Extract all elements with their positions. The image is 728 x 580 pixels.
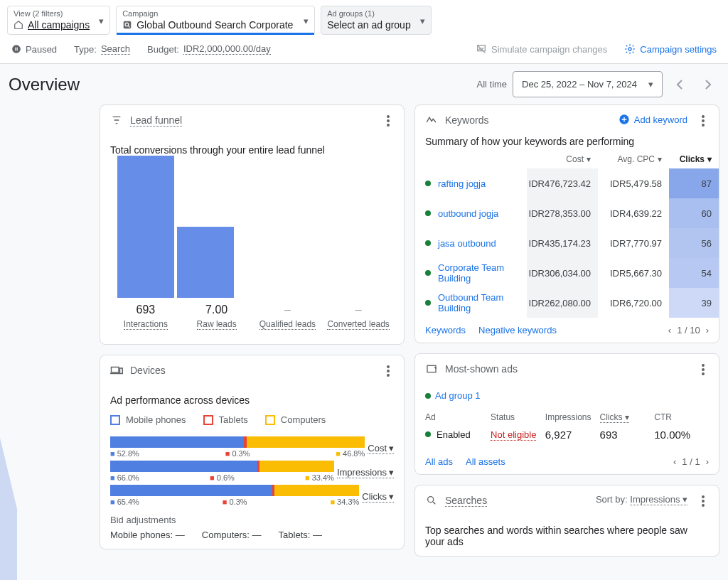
keyword-row[interactable]: jasa outboundIDR435,174.23IDR7,770.9756 [415,228,719,258]
keywords-table-head: Cost▾ Avg. CPC▾ Clicks▾ [415,154,719,168]
card-menu-button[interactable] [380,362,397,380]
left-column: Lead funnel Total conversions through yo… [100,104,405,557]
campaign-budget[interactable]: Budget: IDR2,000,000.00/day [147,43,271,55]
sort-cpc[interactable]: Avg. CPC▾ [598,154,669,164]
svg-point-7 [387,115,390,118]
status-dot-icon [425,431,431,437]
search-icon [425,494,438,507]
keyword-name[interactable]: jasa outbound [438,238,496,249]
sort-cost[interactable]: Cost▾ [527,154,598,164]
keywords-page: 1 / 10 [677,325,700,335]
device-metric-selector[interactable]: Impressions ▾ [337,467,394,478]
date-next-button[interactable] [697,73,719,96]
keyword-name[interactable]: rafting jogja [438,178,486,189]
svg-point-6 [628,48,631,50]
svg-rect-20 [427,365,436,372]
svg-point-19 [702,124,705,127]
svg-point-13 [387,365,390,368]
chevron-right-icon[interactable]: › [706,456,709,467]
all-ads-link[interactable]: All ads [425,456,453,467]
paused-icon [11,44,21,54]
ads-sort-clicks[interactable]: Clicks ▾ [600,412,655,422]
chevron-down-icon: ▾ [304,15,309,26]
chevron-down-icon: ▾ [389,491,394,502]
device-metric-selector[interactable]: Clicks ▾ [362,491,394,503]
svg-rect-12 [120,368,123,374]
card-menu-button[interactable] [695,361,712,378]
searches-caption: Top searches and words within searches w… [425,525,709,547]
all-assets-link[interactable]: All assets [466,456,505,467]
svg-point-8 [387,119,390,122]
plus-circle-icon [619,114,630,125]
searches-title[interactable]: Searches [445,495,487,507]
device-metric-selector[interactable]: Cost ▾ [368,443,394,454]
devices-title: Devices [130,365,166,376]
keyword-row[interactable]: Corporate Team BuildingIDR306,034.00IDR5… [415,258,719,288]
svg-point-15 [387,374,390,377]
card-menu-button[interactable] [695,493,712,510]
devices-legend: Mobile phones Tablets Computers [110,414,394,425]
status-dot-icon [425,210,431,216]
add-keyword-button[interactable]: Add keyword [619,114,687,125]
ad-group-link[interactable]: Ad group 1 [415,385,719,407]
ads-icon [425,362,438,375]
home-icon [14,20,23,30]
card-menu-button[interactable] [695,112,712,129]
keyword-row[interactable]: Outbound Team BuildingIDR262,080.00IDR6,… [415,288,719,318]
keyword-name[interactable]: Corporate Team Building [438,262,527,284]
svg-point-25 [702,495,705,498]
campaign-status-label: Paused [26,44,57,55]
more-vert-icon [387,365,390,377]
lead-funnel-title[interactable]: Lead funnel [130,114,182,127]
device-metric-row: 65.4%0.3%34.3%Clicks ▾ [110,485,394,509]
view-selector-value: All campaigns [28,18,90,31]
chevron-right-icon[interactable]: › [706,325,709,335]
keyword-cpc: IDR5,667.30 [598,258,669,288]
chevron-down-icon: ▾ [99,15,104,26]
page-title: Overview [9,75,80,95]
status-dot-icon [425,181,431,186]
keyword-row[interactable]: rafting jogjaIDR476,723.42IDR5,479.5887 [415,168,719,198]
tablet-icon [203,415,213,425]
campaign-selector[interactable]: Campaign Global Outbound Search Corporat… [116,6,315,35]
keyword-row[interactable]: outbound jogjaIDR278,353.00IDR4,639.2260 [415,198,719,228]
keyword-name[interactable]: outbound jogja [438,208,498,219]
campaign-settings-link[interactable]: Campaign settings [624,43,717,55]
ads-status-cell: Not eligible [491,429,536,441]
svg-point-22 [702,368,705,371]
keywords-link[interactable]: Keywords [425,325,466,335]
more-vert-icon [387,115,390,127]
keyword-clicks: 56 [669,228,719,258]
svg-point-23 [702,372,705,375]
ads-impressions-cell: 6,927 [545,429,600,441]
svg-point-21 [702,364,705,367]
device-metric-row: 52.8%0.3%46.8%Cost ▾ [110,436,394,461]
chevron-left-icon [676,79,683,90]
date-range-picker[interactable]: Dec 25, 2022 – Nov 7, 2024 ▾ [513,71,663,97]
sort-clicks[interactable]: Clicks▾ [669,154,719,164]
mobile-icon [110,415,120,425]
campaign-type: Type: Search [74,43,130,55]
view-selector[interactable]: View (2 filters) All campaigns ▾ [7,6,110,35]
campaign-status: Paused [11,44,57,55]
devices-caption: Ad performance across devices [110,394,394,406]
keyword-cpc: IDR6,720.00 [598,288,669,318]
ads-row: Enabled Not eligible 6,927 693 10.00% [415,425,719,449]
date-prev-button[interactable] [668,73,691,96]
chevron-left-icon[interactable]: ‹ [673,456,676,467]
negative-keywords-link[interactable]: Negative keywords [478,325,557,335]
svg-point-17 [702,115,705,118]
adgroup-selector[interactable]: Ad groups (1) Select an ad group ▾ [321,6,432,35]
scope-bar: View (2 filters) All campaigns ▾ Campaig… [0,0,728,35]
lead-funnel-card: Lead funnel Total conversions through yo… [100,104,405,345]
searches-sort-by[interactable]: Sort by: Impressions ▾ [596,494,687,505]
svg-rect-0 [124,21,132,29]
keyword-name[interactable]: Outbound Team Building [438,292,527,313]
funnel-stats: 693Interactions 7.00Raw leads –Qualified… [110,298,394,335]
ads-title: Most-shown ads [445,363,518,375]
chevron-down-icon: ▾ [389,443,394,453]
bid-adjustments-label: Bid adjustments [110,515,394,525]
card-menu-button[interactable] [380,112,397,129]
chevron-down-icon: ▾ [420,15,425,26]
chevron-left-icon[interactable]: ‹ [668,325,671,335]
